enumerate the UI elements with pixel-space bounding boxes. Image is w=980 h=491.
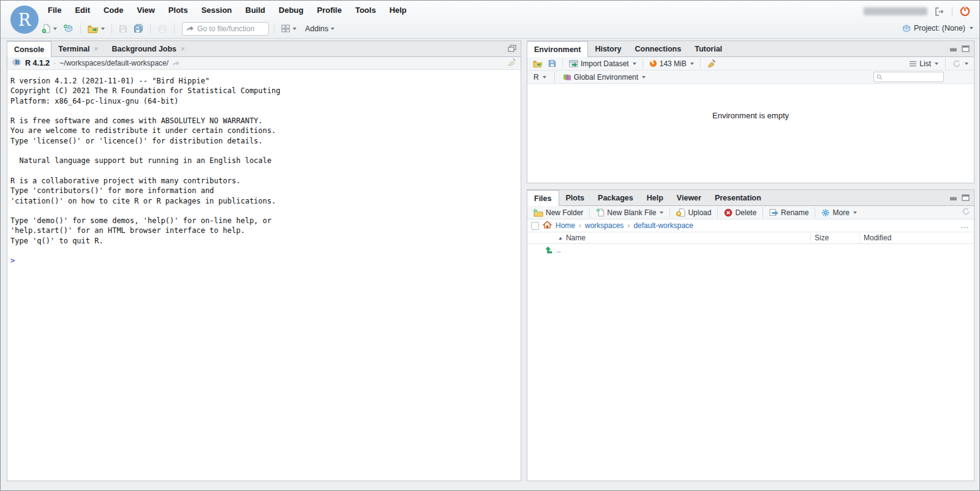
- chevron-down-icon: [293, 28, 296, 30]
- minimize-panel-icon[interactable]: [949, 192, 957, 204]
- close-icon[interactable]: ×: [94, 45, 98, 53]
- tab-help[interactable]: Help: [640, 190, 670, 205]
- save-all-button[interactable]: [132, 23, 145, 34]
- tab-packages[interactable]: Packages: [591, 190, 640, 205]
- menu-session[interactable]: Session: [195, 1, 239, 19]
- new-blank-file-button[interactable]: New Blank File: [594, 208, 665, 217]
- load-workspace-button[interactable]: [531, 59, 545, 69]
- clear-environment-broom-icon[interactable]: [705, 58, 718, 69]
- environment-scope-row: R Global Environment: [527, 70, 974, 84]
- console-panel: Console Terminal × Background Jobs ×: [7, 40, 521, 481]
- new-file-button[interactable]: [40, 23, 59, 34]
- tab-tutorial-label: Tutorial: [695, 45, 722, 53]
- up-directory-link[interactable]: ..: [557, 246, 974, 254]
- files-table-header: ▲ Name Size Modified: [527, 232, 974, 244]
- tab-help-label: Help: [647, 194, 663, 202]
- upload-button[interactable]: Upload: [674, 208, 713, 217]
- new-folder-button[interactable]: New Folder: [531, 208, 585, 217]
- divider: [763, 207, 763, 218]
- goto-file-function-input[interactable]: [197, 25, 265, 33]
- maximize-panel-icon[interactable]: [962, 44, 970, 55]
- breadcrumb-separator: ›: [579, 221, 581, 230]
- chevron-down-icon: [642, 76, 646, 78]
- close-icon[interactable]: ×: [181, 45, 185, 53]
- chevron-down-icon: [660, 211, 663, 214]
- new-project-button[interactable]: [61, 23, 75, 34]
- chevron-down-icon: [965, 63, 968, 65]
- column-header-modified[interactable]: Modified: [859, 232, 974, 243]
- list-view-button[interactable]: List: [907, 59, 940, 68]
- breadcrumb-separator: ›: [627, 221, 630, 230]
- menu-view[interactable]: View: [130, 1, 161, 19]
- project-menu-button[interactable]: Project: (None): [902, 24, 973, 32]
- tab-plots[interactable]: Plots: [559, 190, 592, 205]
- breadcrumb-default-workspace[interactable]: default-workspace: [633, 221, 693, 230]
- more-button[interactable]: More: [820, 208, 858, 217]
- sign-out-icon[interactable]: [933, 6, 946, 17]
- breadcrumb-home[interactable]: Home: [556, 221, 575, 230]
- restore-panel-icon[interactable]: [508, 44, 516, 55]
- tab-viewer[interactable]: Viewer: [670, 190, 708, 205]
- breadcrumb-more-button[interactable]: ...: [961, 221, 970, 230]
- project-label: Project: (None): [914, 24, 965, 32]
- tab-background-jobs-label: Background Jobs: [112, 45, 177, 53]
- import-dataset-button[interactable]: Import Dataset: [567, 59, 638, 68]
- menu-plots[interactable]: Plots: [162, 1, 195, 19]
- menu-debug[interactable]: Debug: [272, 1, 310, 19]
- username-redacted: [864, 7, 927, 15]
- maximize-panel-icon[interactable]: [962, 192, 970, 204]
- breadcrumb-workspaces[interactable]: workspaces: [585, 221, 624, 230]
- quit-session-power-icon[interactable]: [958, 5, 972, 18]
- r-version-label[interactable]: R 4.1.2: [25, 59, 50, 67]
- save-button[interactable]: [117, 23, 129, 34]
- console-body[interactable]: R version 4.1.2 (2021-11-01) -- "Bird Hi…: [7, 70, 521, 481]
- print-button[interactable]: [156, 23, 169, 34]
- memory-usage-button[interactable]: 143 MiB: [647, 59, 696, 68]
- tab-environment[interactable]: Environment: [527, 41, 588, 57]
- tab-files-label: Files: [534, 194, 552, 203]
- column-header-name[interactable]: ▲ Name: [557, 234, 810, 242]
- tab-presentation[interactable]: Presentation: [708, 190, 768, 205]
- home-icon[interactable]: [543, 220, 552, 231]
- global-environment-selector[interactable]: Global Environment: [561, 73, 647, 82]
- menu-file[interactable]: File: [41, 1, 68, 19]
- header-session-controls: [864, 5, 972, 18]
- refresh-files-button[interactable]: [962, 207, 970, 218]
- working-directory-label: ~/workspaces/default-workspace/: [59, 59, 168, 67]
- addins-button[interactable]: Addins: [303, 23, 336, 34]
- minimize-panel-icon[interactable]: [949, 44, 957, 55]
- import-dataset-icon: [569, 60, 578, 67]
- tab-terminal[interactable]: Terminal ×: [51, 41, 105, 56]
- column-modified-label: Modified: [864, 234, 891, 242]
- select-all-checkbox[interactable]: [531, 222, 539, 230]
- tab-console-label: Console: [14, 45, 44, 54]
- divider: [643, 58, 643, 69]
- menu-tools[interactable]: Tools: [349, 1, 383, 19]
- column-header-size[interactable]: Size: [810, 232, 859, 243]
- forward-arrow-icon[interactable]: [172, 58, 180, 69]
- chevron-down-icon: [853, 211, 857, 214]
- save-workspace-button[interactable]: [546, 58, 558, 69]
- menu-build[interactable]: Build: [239, 1, 273, 19]
- workspace-panes-button[interactable]: [279, 23, 298, 34]
- tab-history[interactable]: History: [588, 41, 628, 56]
- divider: [815, 207, 815, 218]
- tab-console[interactable]: Console: [7, 41, 51, 57]
- rename-button[interactable]: Rename: [767, 208, 810, 217]
- menu-help[interactable]: Help: [383, 1, 413, 19]
- language-selector[interactable]: R: [532, 73, 548, 82]
- menu-code[interactable]: Code: [97, 1, 130, 19]
- refresh-icon: [952, 59, 961, 68]
- delete-button[interactable]: Delete: [722, 208, 758, 217]
- menu-profile[interactable]: Profile: [310, 1, 348, 19]
- tab-files[interactable]: Files: [527, 190, 559, 206]
- environment-search-input[interactable]: [884, 74, 941, 81]
- menu-edit[interactable]: Edit: [68, 1, 97, 19]
- file-row-up-directory[interactable]: ..: [527, 244, 974, 256]
- tab-connections[interactable]: Connections: [628, 41, 688, 56]
- tab-background-jobs[interactable]: Background Jobs ×: [105, 41, 192, 56]
- refresh-environment-button[interactable]: [951, 59, 970, 68]
- open-file-button[interactable]: [86, 23, 107, 34]
- clear-console-broom-icon[interactable]: [507, 58, 516, 69]
- tab-tutorial[interactable]: Tutorial: [688, 41, 729, 56]
